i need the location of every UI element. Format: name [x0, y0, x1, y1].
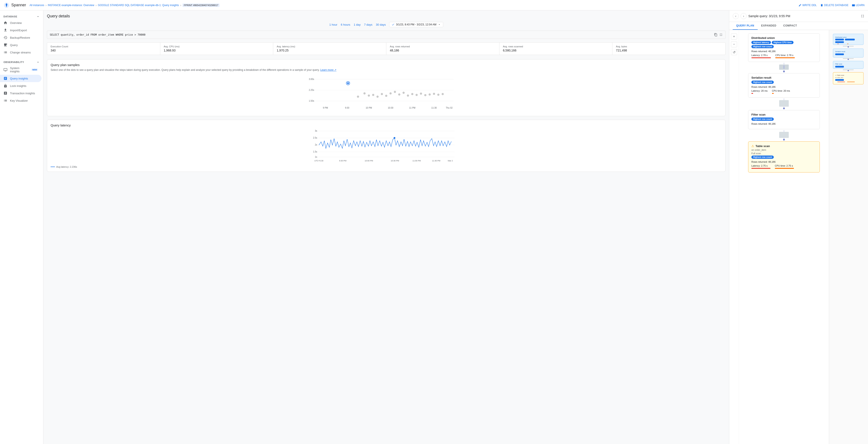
svg-rect-57: [835, 39, 844, 40]
plan-node-filter-scan: Filter scan Highest row count Rows retur…: [748, 110, 820, 129]
node-badges-0: Highest latency Highest CPU time Highest…: [751, 41, 816, 48]
svg-point-8: [357, 96, 359, 98]
sidebar-label-lock-insights: Lock insights: [10, 84, 26, 88]
learn-more-link[interactable]: Learn more ↗: [320, 68, 337, 71]
query-icon: [3, 43, 7, 47]
right-panel: ‹ › Sample query: 3/1/23, 9:55 PM QUERY …: [729, 10, 868, 444]
observability-section-title: OBSERVABILITY: [0, 58, 43, 65]
svg-point-18: [403, 92, 405, 94]
cpu-bar-3: [775, 168, 794, 169]
zoom-out-button[interactable]: −: [731, 41, 737, 47]
stat-label-2: Avg. latency (ms): [277, 45, 383, 48]
sidebar-item-lock-insights[interactable]: Lock insights: [0, 82, 41, 89]
tab-compact[interactable]: COMPACT: [780, 22, 801, 30]
svg-point-19: [407, 94, 409, 97]
latency-metric-3: Latency: 2.75 s: [751, 165, 771, 169]
app-logo: Spanner: [3, 2, 26, 8]
tab-query-plan[interactable]: QUERY PLAN: [733, 22, 758, 30]
svg-rect-64: [833, 49, 863, 57]
learn-button[interactable]: LEARN: [852, 4, 865, 7]
cpu-label-3: CPU time: 2.75 s: [775, 165, 794, 167]
sidebar-item-query-insights[interactable]: Query insights: [0, 75, 41, 82]
query-icons: [714, 33, 723, 36]
stat-value-2: 1,970.25: [277, 49, 383, 52]
query-plan-view: Distributed union Highest latency Highes…: [739, 30, 829, 444]
sidebar-label-system-insights: System insights: [10, 66, 28, 73]
sidebar-item-change-streams[interactable]: Change streams: [0, 49, 41, 56]
sidebar-label-import: Import/Export: [10, 29, 27, 32]
svg-point-14: [385, 95, 388, 97]
svg-text:3s: 3s: [315, 130, 317, 132]
cpu-metric-0: CPU time: 2.78 s: [775, 54, 795, 58]
cpu-label-1: CPU time: 20 ms: [772, 89, 790, 92]
write-ddl-button[interactable]: WRITE DDL: [799, 4, 817, 7]
time-1h[interactable]: 1 hour: [329, 23, 337, 26]
svg-text:on order_item: on order_item: [835, 77, 843, 78]
breadcrumb-all-instances[interactable]: All instances: [30, 4, 44, 7]
stat-value-3: 48,186: [390, 49, 496, 52]
prev-sample-button[interactable]: ‹: [733, 13, 739, 19]
key-icon: [3, 99, 7, 102]
sidebar-label-transaction-insights: Transaction insights: [10, 92, 35, 95]
date-range-picker[interactable]: 3/1/23, 8:43 PM - 3/2/23, 12:04 AM: [389, 22, 443, 27]
sidebar-item-overview[interactable]: Overview: [0, 19, 41, 27]
tab-expanded[interactable]: EXPANDED: [758, 22, 780, 30]
main-layout: DATABASE Overview Import/Export Backup/R…: [0, 10, 868, 444]
app-name: Spanner: [11, 3, 26, 7]
cpu-label-0: CPU time: 2.78 s: [775, 54, 795, 57]
zoom-in-button[interactable]: +: [731, 33, 737, 39]
svg-text:9:30: 9:30: [345, 107, 349, 109]
cpu-metric-3: CPU time: 2.75 s: [775, 165, 794, 169]
time-7d[interactable]: 7 days: [364, 23, 372, 26]
latency-label-1: Latency: 20 ms: [751, 89, 768, 92]
latency-bar-3: [751, 168, 771, 169]
main-panel: Query details 1 hour 6 hours 1 day 7 day…: [43, 10, 729, 444]
expand-icon[interactable]: [719, 33, 723, 36]
sidebar-item-query[interactable]: Query: [0, 41, 41, 49]
copy-icon[interactable]: [714, 33, 717, 36]
delete-database-button[interactable]: DELETE DATABASE: [820, 4, 848, 7]
node-metrics-0: Latency: 2.78 s CPU time: 2.78 s: [751, 54, 816, 58]
svg-text:1.50s: 1.50s: [309, 100, 314, 102]
svg-text:Serialize result: Serialize result: [835, 51, 845, 52]
stat-label-3: Avg. rows returned: [390, 45, 496, 48]
stat-execution-count: Execution Count 340: [47, 42, 160, 55]
right-panel-title: Sample query: 3/1/23, 9:55 PM: [748, 14, 859, 18]
stat-label-0: Execution Count: [51, 45, 157, 48]
svg-rect-71: [835, 66, 844, 67]
stat-latency: Avg. latency (ms) 1,970.25: [273, 42, 386, 55]
svg-point-22: [420, 92, 422, 95]
sidebar-item-backup[interactable]: Backup/Restore: [0, 34, 41, 41]
query-latency-card: Query latency 3s 2.5s 2s 1.5s: [47, 120, 725, 172]
sidebar-item-transaction-insights[interactable]: Transaction insights: [0, 89, 41, 97]
cpu-bar-0: [775, 57, 795, 58]
sidebar-label-query-insights: Query insights: [10, 77, 28, 80]
stat-label-5: Avg. bytes: [616, 45, 722, 48]
sidebar-item-import-export[interactable]: Import/Export: [0, 27, 41, 34]
svg-point-9: [364, 92, 366, 94]
sidebar-item-key-visualizer[interactable]: Key Visualizer: [0, 97, 41, 104]
spanner-logo-icon: [3, 2, 9, 8]
latency-bar-0: [751, 57, 771, 58]
backup-icon: [3, 36, 7, 39]
breadcrumb-instance[interactable]: INSTANCE example-instance: Overview: [48, 4, 94, 7]
sidebar-item-system-insights[interactable]: System insights NEW: [0, 65, 41, 75]
fullscreen-icon[interactable]: [861, 14, 865, 18]
next-sample-button[interactable]: ›: [741, 13, 747, 19]
svg-text:11:30: 11:30: [431, 107, 437, 109]
home-icon: [3, 21, 7, 25]
connector-2: [779, 130, 789, 141]
badge-highest-row-1: Highest row count: [751, 81, 774, 84]
time-30d[interactable]: 30 days: [376, 23, 386, 26]
check-icon: [392, 23, 395, 26]
reset-view-button[interactable]: ↺: [731, 49, 737, 55]
latency-label-3: Latency: 2.75 s: [751, 165, 771, 167]
content: Query details 1 hour 6 hours 1 day 7 day…: [43, 10, 868, 444]
latency-metric-1: Latency: 20 ms: [751, 89, 768, 94]
breadcrumb-database[interactable]: GOOGLE STANDARD SQL DATABASE example-db-…: [98, 4, 179, 7]
node-subtitle-3: on order_item: [751, 149, 816, 151]
time-6h[interactable]: 6 hours: [341, 23, 350, 26]
svg-rect-66: [835, 54, 844, 55]
badge-highest-row-2: Highest row count: [751, 118, 774, 121]
time-1d[interactable]: 1 day: [354, 23, 361, 26]
